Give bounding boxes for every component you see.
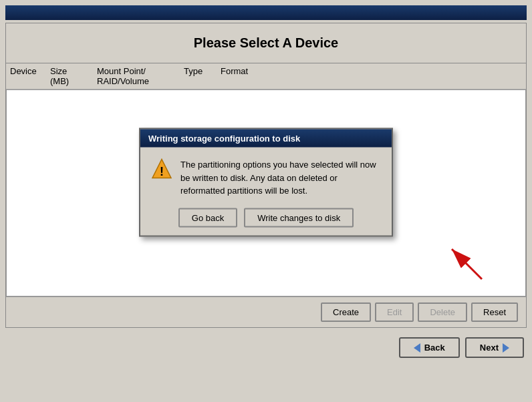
dialog-body: ! The partitioning options you have sele… xyxy=(140,148,392,236)
svg-line-3 xyxy=(452,249,482,279)
create-button[interactable]: Create xyxy=(321,303,371,322)
col-size: Size (MB) xyxy=(46,65,93,87)
dialog-message-text: The partitioning options you have select… xyxy=(180,158,381,198)
back-label: Back xyxy=(424,343,445,353)
dialog-title-text: Writing storage configuration to disk xyxy=(148,134,300,144)
back-button[interactable]: Back xyxy=(399,337,460,358)
table-header: Device Size (MB) Mount Point/ RAID/Volum… xyxy=(6,63,526,89)
dialog-message: ! The partitioning options you have sele… xyxy=(151,158,381,198)
edit-button[interactable]: Edit xyxy=(375,303,414,322)
next-label: Next xyxy=(480,343,499,353)
svg-text:!: ! xyxy=(160,165,164,178)
col-format: Format xyxy=(217,65,257,87)
col-mount: Mount Point/ RAID/Volume xyxy=(93,65,180,87)
col-type: Type xyxy=(180,65,217,87)
dialog-titlebar: Writing storage configuration to disk xyxy=(140,130,392,148)
content-area: Writing storage configuration to disk ! … xyxy=(6,89,526,296)
top-bar xyxy=(5,5,527,20)
reset-button[interactable]: Reset xyxy=(471,303,518,322)
dialog-buttons: Go back Write changes to disk xyxy=(151,208,381,227)
next-arrow-icon xyxy=(503,343,509,353)
next-button[interactable]: Next xyxy=(465,337,524,358)
back-arrow-icon xyxy=(414,343,420,353)
main-container: Please Select A Device Device Size (MB) … xyxy=(5,23,527,328)
delete-button[interactable]: Delete xyxy=(418,303,467,322)
warning-icon: ! xyxy=(151,158,172,180)
dialog: Writing storage configuration to disk ! … xyxy=(139,128,393,237)
write-changes-button[interactable]: Write changes to disk xyxy=(244,208,354,227)
page-title: Please Select A Device xyxy=(19,35,513,51)
toolbar: Create Edit Delete Reset xyxy=(6,296,526,327)
go-back-button[interactable]: Go back xyxy=(178,208,237,227)
col-device: Device xyxy=(6,65,46,87)
arrow-annotation xyxy=(432,236,485,282)
title-area: Please Select A Device xyxy=(6,23,526,63)
nav-buttons: Back Next xyxy=(0,333,532,365)
